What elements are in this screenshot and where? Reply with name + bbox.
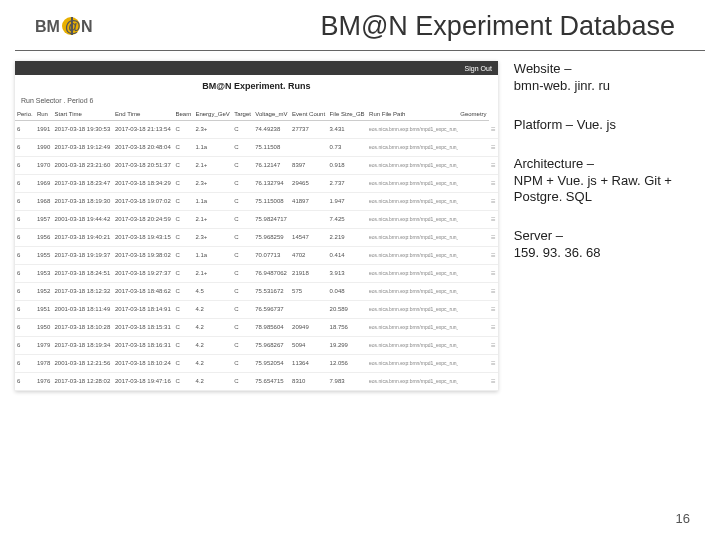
geometry-icon[interactable]: ≡ bbox=[489, 354, 498, 372]
column-header[interactable]: Event Count bbox=[290, 108, 328, 121]
geometry-icon[interactable]: ≡ bbox=[489, 300, 498, 318]
table-cell: eos.nica.bmn.exp:bmn/mpd1_expc_run_Glob_ bbox=[367, 210, 458, 228]
column-header[interactable]: Beam bbox=[173, 108, 193, 121]
table-cell: 1953 bbox=[35, 264, 53, 282]
table-cell: 41897 bbox=[290, 192, 328, 210]
table-cell: 0.918 bbox=[328, 156, 368, 174]
table-cell: 1957 bbox=[35, 210, 53, 228]
column-header[interactable]: End Time bbox=[113, 108, 173, 121]
table-cell: 2.3+ bbox=[193, 121, 232, 139]
sign-out-link[interactable]: Sign Out bbox=[465, 65, 492, 72]
table-cell: 6 bbox=[15, 192, 35, 210]
note-architecture: Architecture – NPM + Vue. js + Raw. Git … bbox=[514, 156, 705, 207]
table-cell bbox=[290, 210, 328, 228]
run-selector-label: Run Selector . bbox=[21, 97, 65, 104]
table-cell: 4.2 bbox=[193, 300, 232, 318]
table-cell: C bbox=[232, 228, 253, 246]
column-header[interactable]: Geometry bbox=[458, 108, 489, 121]
geometry-icon[interactable]: ≡ bbox=[489, 228, 498, 246]
table-cell: 21918 bbox=[290, 264, 328, 282]
column-header[interactable]: Run bbox=[35, 108, 53, 121]
column-header[interactable]: Energy_GeV bbox=[193, 108, 232, 121]
table-cell bbox=[290, 300, 328, 318]
geometry-icon[interactable]: ≡ bbox=[489, 121, 498, 139]
table-cell: C bbox=[232, 336, 253, 354]
table-cell: C bbox=[173, 174, 193, 192]
table-row: 619552017-03-18 19:19:372017-03-18 19:38… bbox=[15, 246, 498, 264]
table-cell: 6 bbox=[15, 336, 35, 354]
table-cell: eos.nica.bmn.exp:bmn/mpd1_expc_run_Glob_ bbox=[367, 156, 458, 174]
geometry-icon[interactable]: ≡ bbox=[489, 156, 498, 174]
notes-panel: Website – bmn-web. jinr. ru Platform – V… bbox=[498, 61, 705, 391]
geometry-icon[interactable]: ≡ bbox=[489, 264, 498, 282]
svg-text:N: N bbox=[81, 18, 93, 35]
column-header[interactable]: Voltage_mV bbox=[253, 108, 290, 121]
table-row: 619572001-03-18 19:44:422017-03-18 20:24… bbox=[15, 210, 498, 228]
table-cell: 1979 bbox=[35, 336, 53, 354]
table-cell: 4.5 bbox=[193, 282, 232, 300]
geometry-icon[interactable]: ≡ bbox=[489, 192, 498, 210]
table-row: 619902017-03-18 19:12:492017-03-18 20:48… bbox=[15, 138, 498, 156]
bmn-logo: BM @ N bbox=[35, 10, 95, 42]
table-cell: 0.048 bbox=[328, 282, 368, 300]
table-cell: 1951 bbox=[35, 300, 53, 318]
table-cell bbox=[458, 174, 489, 192]
table-cell: eos.nica.bmn.exp:bmn/mpd1_expc_run_Glob_ bbox=[367, 174, 458, 192]
table-cell: 1990 bbox=[35, 138, 53, 156]
table-cell: eos.nica.bmn.exp:bmn/mpd1_expc_run_Glob_ bbox=[367, 121, 458, 139]
table-cell: 75.9824717 bbox=[253, 210, 290, 228]
table-cell: 2.3+ bbox=[193, 174, 232, 192]
table-cell: C bbox=[232, 282, 253, 300]
column-header[interactable]: Perio. bbox=[15, 108, 35, 121]
note-platform: Platform – Vue. js bbox=[514, 117, 705, 134]
table-cell bbox=[458, 156, 489, 174]
table-cell bbox=[458, 246, 489, 264]
table-row: 619532017-03-18 18:24:512017-03-18 19:27… bbox=[15, 264, 498, 282]
table-cell: C bbox=[173, 354, 193, 372]
table-cell: C bbox=[232, 174, 253, 192]
table-header-row: Perio.RunStart TimeEnd TimeBeamEnergy_Ge… bbox=[15, 108, 498, 121]
table-cell: 2017-03-18 18:34:29 bbox=[113, 174, 173, 192]
table-body: 619912017-03-18 19:30:532017-03-18 21:13… bbox=[15, 121, 498, 391]
geometry-icon[interactable]: ≡ bbox=[489, 138, 498, 156]
table-cell: 6 bbox=[15, 156, 35, 174]
table-row: 619702001-03-18 23:21:602017-03-18 20:51… bbox=[15, 156, 498, 174]
table-cell: eos.nica.bmn.exp:bmn/mpd1_expc_run_Glob_ bbox=[367, 228, 458, 246]
table-cell: 6 bbox=[15, 372, 35, 390]
svg-text:BM: BM bbox=[35, 18, 60, 35]
column-header[interactable]: File Size_GB bbox=[328, 108, 368, 121]
column-header[interactable]: Run File Path bbox=[367, 108, 458, 121]
geometry-icon[interactable]: ≡ bbox=[489, 282, 498, 300]
column-header[interactable]: Start Time bbox=[53, 108, 113, 121]
table-cell: C bbox=[232, 300, 253, 318]
table-cell: 76.596737 bbox=[253, 300, 290, 318]
geometry-icon[interactable]: ≡ bbox=[489, 318, 498, 336]
table-cell: 1.1a bbox=[193, 192, 232, 210]
geometry-icon[interactable]: ≡ bbox=[489, 336, 498, 354]
table-cell: 2.1+ bbox=[193, 156, 232, 174]
table-cell: 2017-03-18 18:19:34 bbox=[53, 336, 113, 354]
geometry-icon[interactable]: ≡ bbox=[489, 210, 498, 228]
table-cell bbox=[458, 121, 489, 139]
table-cell: 6 bbox=[15, 228, 35, 246]
table-cell: 2017-03-18 19:43:15 bbox=[113, 228, 173, 246]
column-header[interactable]: Target bbox=[232, 108, 253, 121]
table-cell: 2017-03-18 18:10:24 bbox=[113, 354, 173, 372]
table-cell: C bbox=[232, 246, 253, 264]
table-cell bbox=[458, 282, 489, 300]
table-cell: 75.654715 bbox=[253, 372, 290, 390]
table-cell: 75.968259 bbox=[253, 228, 290, 246]
table-cell: C bbox=[173, 336, 193, 354]
geometry-icon[interactable]: ≡ bbox=[489, 372, 498, 390]
table-cell: eos.nica.bmn.exp:bmn/mpd1_expc_run_Glob_ bbox=[367, 372, 458, 390]
table-cell: 2001-03-18 19:44:42 bbox=[53, 210, 113, 228]
geometry-icon[interactable]: ≡ bbox=[489, 246, 498, 264]
table-cell: 2017-03-18 19:47:16 bbox=[113, 372, 173, 390]
geometry-icon[interactable]: ≡ bbox=[489, 174, 498, 192]
table-cell: 2017-03-18 18:23:47 bbox=[53, 174, 113, 192]
table-cell: C bbox=[173, 156, 193, 174]
table-cell: 1970 bbox=[35, 156, 53, 174]
table-cell: C bbox=[173, 300, 193, 318]
table-cell bbox=[458, 264, 489, 282]
table-cell bbox=[458, 318, 489, 336]
